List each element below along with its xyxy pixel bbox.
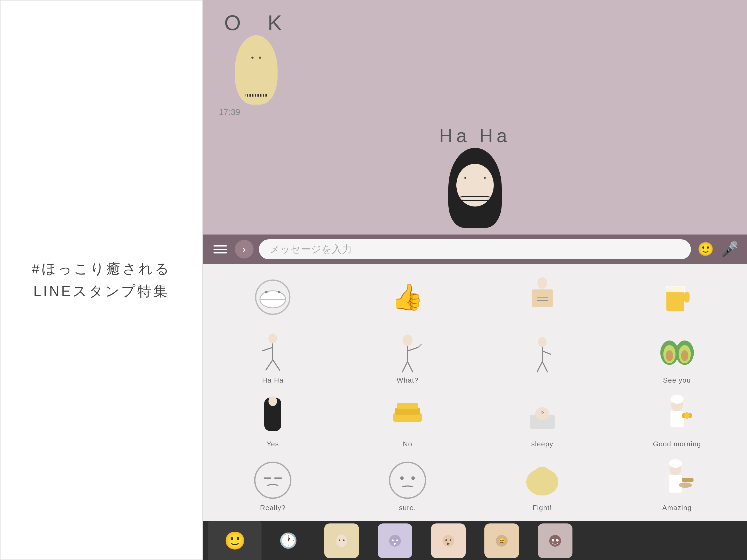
emoji-bar-clock[interactable]: 🕐 [261, 521, 315, 560]
emoji-bar: 🙂 🕐 ▶ [203, 521, 747, 560]
svg-rect-62 [682, 478, 693, 482]
ok-face-eyes [251, 57, 261, 59]
sticker-cell-beer[interactable] [610, 269, 744, 325]
haha-character [440, 148, 510, 235]
sticker-label-sure: sure. [399, 504, 416, 512]
hamburger-line-2 [213, 249, 227, 250]
svg-line-15 [262, 347, 273, 351]
emoji-bar-sticker-3[interactable]: ▶ [422, 521, 475, 560]
sticker-cell-sleepy[interactable]: ? sleepy [475, 389, 610, 452]
sticker-label-haha: Ha Ha [262, 376, 283, 384]
svg-point-60 [669, 459, 682, 468]
svg-line-22 [402, 362, 408, 372]
sticker-cell-yes[interactable]: Yes [206, 389, 340, 452]
sticker-cell-haha-stretch[interactable]: Ha Ha [206, 325, 340, 389]
sticker-cell-amazing[interactable]: Amazing [610, 452, 744, 516]
svg-point-72 [445, 539, 447, 541]
svg-point-66 [343, 539, 344, 541]
expand-button[interactable]: › [235, 240, 254, 259]
hamburger-line-1 [213, 245, 227, 246]
sticker-good-morning-img [656, 395, 698, 438]
sticker-see-you-img [521, 331, 564, 374]
article-title: #ほっこり癒される LINEスタンプ特集 [32, 258, 171, 302]
sticker-cell-face-mask[interactable] [206, 269, 340, 325]
mic-icon: 🎤 [721, 241, 739, 258]
sticker-cell-see-you[interactable] [475, 325, 610, 389]
input-bar: › メッセージを入力 🙂 🎤 [203, 235, 747, 264]
ok-eye-right [259, 57, 261, 59]
mic-button[interactable]: 🎤 [720, 240, 739, 259]
sticker-sleepy-img: ? [521, 395, 564, 438]
sticker-avocado-img [656, 331, 698, 374]
timestamp-ok: 17:39 [219, 107, 240, 117]
sticker-cell-good-morning[interactable]: Good morning [610, 389, 744, 452]
message-placeholder: メッセージを入力 [269, 242, 352, 256]
sticker-fight-img [521, 459, 564, 502]
svg-point-69 [396, 539, 398, 541]
svg-text:😄: 😄 [498, 537, 506, 544]
svg-point-53 [400, 477, 404, 480]
svg-point-77 [549, 535, 561, 546]
svg-point-18 [403, 335, 412, 346]
sticker-label-fight: Fight! [533, 504, 552, 512]
sticker-grid: 👍 [203, 264, 747, 521]
svg-point-73 [450, 539, 451, 541]
svg-rect-7 [532, 290, 553, 308]
chat-area: OK 17:39 Ha Ha [203, 0, 747, 235]
sticker-pack-4: 😄 [484, 524, 519, 558]
svg-text:?: ? [541, 410, 544, 417]
svg-point-13 [268, 334, 277, 343]
svg-point-49 [255, 462, 291, 498]
sticker-label-no: No [403, 440, 412, 448]
svg-rect-46 [670, 411, 684, 427]
svg-point-78 [552, 539, 554, 541]
chevron-right-icon: › [242, 243, 246, 255]
sticker-pack-3: ▶ [431, 524, 466, 558]
svg-rect-11 [666, 286, 685, 292]
sticker-beer-img [656, 276, 698, 319]
ok-eye-left [251, 57, 254, 59]
sticker-cell-what[interactable]: What? [340, 325, 475, 389]
message-input[interactable]: メッセージを入力 [259, 239, 691, 259]
menu-button[interactable] [211, 240, 230, 259]
svg-point-3 [265, 291, 268, 293]
sticker-cell-really[interactable]: Really? [206, 452, 340, 516]
sticker-cell-fight[interactable]: Fight! [475, 452, 610, 516]
emoji-tab-active[interactable]: 🙂 [208, 521, 261, 560]
emoji-bar-sticker-4[interactable]: 😄 [475, 521, 529, 560]
svg-point-37 [268, 396, 277, 406]
sticker-yes-img [251, 395, 294, 438]
svg-line-23 [408, 362, 413, 372]
svg-rect-40 [397, 403, 418, 409]
sticker-pack-5 [538, 524, 572, 558]
sticker-haha-row: Ha Ha 17:39 [219, 125, 731, 235]
sticker-cell-no[interactable]: No [340, 389, 475, 452]
sticker-ok [219, 35, 293, 105]
left-panel: #ほっこり癒される LINEスタンプ特集 [0, 0, 203, 560]
emoji-icon: 🙂 [697, 241, 714, 257]
svg-point-63 [679, 483, 692, 488]
emoji-bar-sticker-2[interactable]: ▶ [368, 521, 422, 560]
haha-eye-left [464, 177, 466, 179]
sticker-label-good-morning: Good morning [653, 440, 701, 448]
svg-rect-12 [684, 292, 689, 302]
sticker-cell-thumbs-up[interactable]: 👍 [340, 269, 475, 325]
svg-point-24 [538, 337, 546, 347]
smiley-face-icon: 🙂 [224, 531, 246, 551]
svg-point-31 [666, 350, 673, 361]
sticker-cell-reading-girl[interactable] [475, 269, 610, 325]
emoji-button[interactable]: 🙂 [696, 240, 715, 259]
haha-eye-right [484, 177, 486, 179]
svg-point-54 [412, 477, 415, 480]
emoji-bar-sticker-5[interactable] [529, 521, 582, 560]
svg-line-20 [408, 347, 418, 351]
clock-icon: 🕐 [279, 532, 298, 549]
svg-point-79 [556, 539, 559, 541]
sticker-pack-1 [324, 524, 359, 558]
hamburger-icon [213, 245, 227, 254]
svg-line-21 [418, 344, 422, 347]
sticker-label-yes: Yes [266, 440, 279, 448]
sticker-cell-sure[interactable]: sure. [340, 452, 475, 516]
emoji-bar-sticker-1[interactable] [315, 521, 368, 560]
sticker-cell-avocado[interactable]: See you [610, 325, 744, 389]
